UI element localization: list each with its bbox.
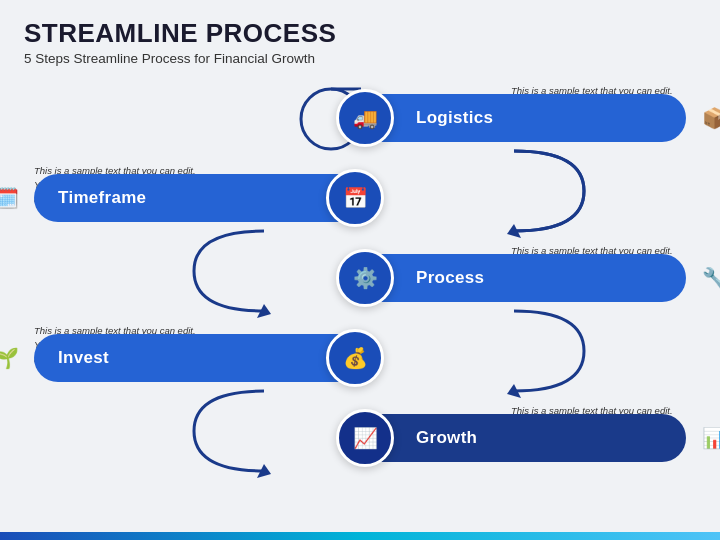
step-3-side-icon: 🔧 xyxy=(692,256,720,300)
step-4-side-icon: 🌱 xyxy=(0,336,28,380)
step-4-label: Invest xyxy=(58,348,109,368)
step-4-circle: 💰 xyxy=(326,329,384,387)
svg-marker-2 xyxy=(507,384,521,398)
step-1-side-icon: 📦 xyxy=(692,96,720,140)
step-1-pill: 🚚 Logistics 📦 xyxy=(346,94,686,142)
step-5-circle: 📈 xyxy=(336,409,394,467)
step-row-5: This is a sample text that you can edit.… xyxy=(24,414,696,462)
steps-container: This is a sample text that you can edit.… xyxy=(24,76,696,506)
step-3-circle: ⚙️ xyxy=(336,249,394,307)
step-5-side-icon: 📊 xyxy=(692,416,720,460)
step-2-side-icon: 🗓️ xyxy=(0,176,28,220)
timeframe-icon: 📅 xyxy=(343,188,368,208)
step-3-label: Process xyxy=(416,268,484,288)
step-row-1: This is a sample text that you can edit.… xyxy=(24,94,696,142)
svg-marker-3 xyxy=(257,464,271,478)
bottom-bar xyxy=(0,532,720,540)
svg-marker-1 xyxy=(257,304,271,318)
logistics-icon: 🚚 xyxy=(353,108,378,128)
step-2-circle: 📅 xyxy=(326,169,384,227)
step-4-pill: Invest 💰 🌱 xyxy=(34,334,374,382)
step-2-label: Timeframe xyxy=(58,188,146,208)
slide: STREAMLINE PROCESS 5 Steps Streamline Pr… xyxy=(0,0,720,540)
step-1-circle: 🚚 xyxy=(336,89,394,147)
svg-marker-0 xyxy=(507,224,521,238)
step-5-label: Growth xyxy=(416,428,477,448)
step-2-pill: Timeframe 📅 🗓️ xyxy=(34,174,374,222)
step-row-3: This is a sample text that you can edit.… xyxy=(24,254,696,302)
page-subtitle: 5 Steps Streamline Process for Financial… xyxy=(24,51,696,66)
step-row-2: This is a sample text that you can edit.… xyxy=(24,174,696,222)
invest-icon: 💰 xyxy=(343,348,368,368)
step-row-4: This is a sample text that you can edit.… xyxy=(24,334,696,382)
step-1-label: Logistics xyxy=(416,108,493,128)
growth-icon: 📈 xyxy=(353,428,378,448)
step-5-pill: 📈 Growth 📊 xyxy=(346,414,686,462)
page-title: STREAMLINE PROCESS xyxy=(24,18,696,49)
process-icon: ⚙️ xyxy=(353,268,378,288)
step-3-pill: ⚙️ Process 🔧 xyxy=(346,254,686,302)
